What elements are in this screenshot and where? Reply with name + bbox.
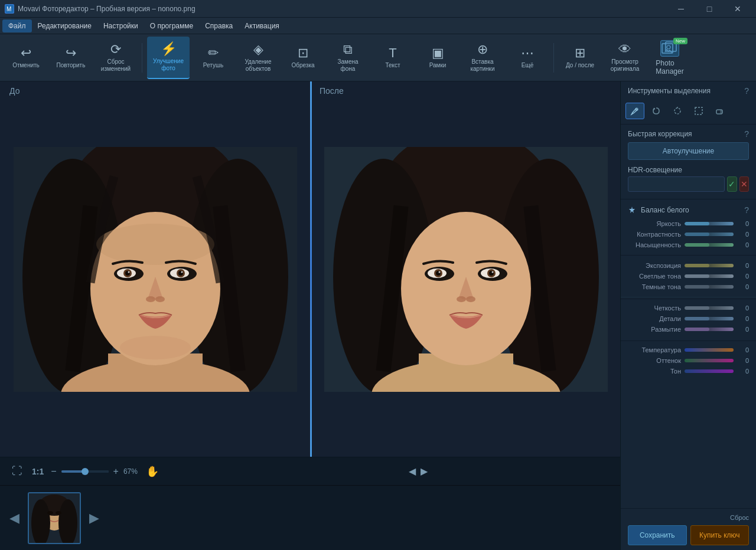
frames-button[interactable]: ▣ Рамки: [416, 37, 459, 79]
more-button[interactable]: ⋯ Ещё: [506, 37, 549, 79]
undo-button[interactable]: ↩ Отменить: [5, 37, 47, 79]
retouch-icon: ✏: [208, 47, 219, 60]
enhance-button[interactable]: ⚡ Улучшениефото: [147, 37, 190, 79]
before-after-button[interactable]: ⊞ До / после: [559, 37, 601, 79]
text-button[interactable]: T Текст: [372, 37, 414, 79]
svg-point-21: [128, 271, 129, 273]
thumb-prev-button[interactable]: ◀: [5, 506, 24, 531]
wb-icon: [628, 206, 636, 214]
right-panel: Инструменты выделения ?: [620, 81, 756, 550]
replace-bg-button[interactable]: ⧉ Заменафона: [327, 37, 369, 79]
menu-edit[interactable]: Редактирование: [32, 19, 97, 32]
lasso-select-button[interactable]: [647, 103, 666, 119]
selection-help-button[interactable]: ?: [744, 86, 749, 96]
quick-correction-help[interactable]: ?: [744, 129, 749, 139]
divider: [310, 81, 312, 457]
brightness-row: Яркость 0: [628, 218, 749, 229]
saturation-row: Насыщенность 0: [628, 240, 749, 250]
menu-settings[interactable]: Настройки: [97, 19, 144, 32]
menu-help[interactable]: Справка: [199, 19, 239, 32]
saturation-slider[interactable]: [685, 243, 734, 247]
hdr-confirm-button[interactable]: ✓: [727, 176, 737, 192]
undo-icon: ↩: [21, 47, 31, 60]
reset-label: Сбросизменений: [101, 58, 131, 73]
rect-select-button[interactable]: [689, 103, 708, 119]
temperature-label: Температура: [628, 346, 681, 353]
eraser-select-button[interactable]: [711, 103, 729, 119]
brush-select-button[interactable]: [625, 103, 644, 119]
photo-manager-label: PhotoManager: [656, 59, 683, 76]
temperature-slider[interactable]: [685, 348, 734, 352]
crop-icon: ⊡: [298, 47, 308, 60]
zoom-in-button[interactable]: +: [113, 466, 119, 477]
divider-1: [621, 124, 756, 125]
retouch-label: Ретушь: [203, 62, 223, 69]
thumb-next-button[interactable]: ▶: [84, 506, 104, 531]
tone-slider[interactable]: [685, 369, 734, 373]
photo-manager-button[interactable]: New PhotoManager: [649, 37, 691, 79]
reset-button[interactable]: ⟳ Сбросизменений: [94, 37, 137, 79]
thumbnail-item[interactable]: [28, 492, 81, 544]
crop-button[interactable]: ⊡ Обрезка: [282, 37, 324, 79]
brightness-slider[interactable]: [685, 222, 734, 225]
redo-button[interactable]: ↪ Повторить: [50, 37, 92, 79]
before-panel: [0, 81, 310, 457]
wb-label: Баланс белого: [641, 206, 689, 214]
more-label: Ещё: [522, 62, 533, 69]
highlights-slider[interactable]: [685, 274, 734, 278]
auto-enhance-button[interactable]: Автоулучшение: [628, 142, 749, 160]
zoom-fit-button[interactable]: 1:1: [30, 464, 46, 479]
selection-tools-title: Инструменты выделения: [628, 87, 711, 95]
contrast-value: 0: [737, 231, 749, 238]
detail-slider[interactable]: [685, 317, 734, 320]
view-original-icon: 👁: [618, 43, 631, 56]
svg-point-22: [181, 271, 183, 273]
blur-slider[interactable]: [685, 328, 734, 331]
text-icon: T: [389, 47, 396, 60]
fullscreen-button[interactable]: ⛶: [9, 463, 25, 480]
pan-button[interactable]: ✋: [146, 465, 159, 478]
prev-button[interactable]: ◀: [409, 466, 416, 477]
zoom-slider[interactable]: [61, 470, 109, 473]
blur-row: Размытие 0: [628, 324, 749, 335]
detail-section: Четкость 0 Детали 0 Размыт: [621, 300, 756, 339]
svg-rect-58: [695, 107, 702, 114]
after-photo: [324, 147, 608, 392]
after-panel: [312, 81, 620, 457]
contrast-row: Контрастность 0: [628, 229, 749, 240]
svg-text:M: M: [6, 6, 11, 12]
buy-key-button[interactable]: Купить ключ: [690, 525, 750, 545]
smart-select-button[interactable]: [668, 103, 687, 119]
insert-button[interactable]: ⊕ Вставкакартинки: [461, 37, 504, 79]
remove-objects-button[interactable]: ◈ Удалениеобъектов: [237, 37, 279, 79]
menu-activate[interactable]: Активация: [239, 19, 285, 32]
maximize-button[interactable]: □: [696, 0, 723, 18]
shadows-slider[interactable]: [685, 285, 734, 289]
close-button[interactable]: ✕: [724, 0, 751, 18]
svg-point-12: [96, 224, 214, 265]
tint-slider[interactable]: [685, 359, 734, 362]
wb-help[interactable]: ?: [744, 205, 749, 215]
color-section: Температура 0 Оттенок 0 То: [621, 342, 756, 381]
sharpness-slider[interactable]: [685, 306, 734, 310]
view-original-button[interactable]: 👁 Просмотроригинала: [604, 37, 646, 79]
hdr-cancel-button[interactable]: ✕: [739, 176, 750, 192]
save-button[interactable]: Сохранить: [628, 525, 687, 545]
hdr-input[interactable]: [628, 176, 725, 192]
svg-point-43: [457, 296, 466, 302]
menu-file[interactable]: Файл: [2, 19, 32, 32]
white-balance-section: Баланс белого ? Яркость 0 Контр: [621, 203, 756, 253]
next-button[interactable]: ▶: [421, 466, 428, 477]
menu-about[interactable]: О программе: [144, 19, 199, 32]
zoom-out-button[interactable]: −: [51, 466, 56, 477]
retouch-button[interactable]: ✏ Ретушь: [192, 37, 234, 79]
quick-correction-section: Быстрая коррекция ? Автоулучшение: [621, 127, 756, 162]
exposure-slider[interactable]: [685, 264, 734, 267]
svg-point-25: [120, 336, 191, 359]
contrast-label: Контрастность: [628, 231, 681, 238]
menubar: Файл Редактирование Настройки О программ…: [0, 18, 756, 34]
crop-label: Обрезка: [291, 62, 314, 69]
svg-point-4: [667, 45, 670, 49]
contrast-slider[interactable]: [685, 233, 734, 236]
minimize-button[interactable]: ─: [667, 0, 695, 18]
